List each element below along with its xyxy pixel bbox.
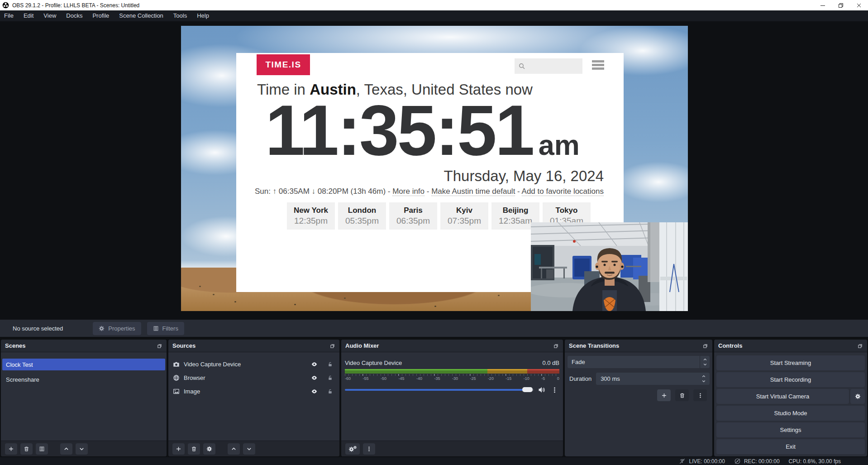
desert-shrubs <box>199 286 201 287</box>
volume-slider[interactable] <box>345 389 534 391</box>
kebab-menu-icon <box>697 393 703 398</box>
live-status: LIVE: 00:00:00 <box>679 458 725 465</box>
mixer-toolbar <box>341 441 563 456</box>
webcam-overlay <box>531 222 688 311</box>
move-source-down-button[interactable] <box>243 443 255 455</box>
channel-menu-button[interactable] <box>549 384 559 396</box>
scenes-dock-header[interactable]: Scenes <box>1 340 167 352</box>
mixer-level-db: 0.0 dB <box>542 360 559 366</box>
exit-button[interactable]: Exit <box>716 439 865 454</box>
audio-mixer-dock-header[interactable]: Audio Mixer <box>341 340 563 352</box>
duration-spinbox[interactable]: 300 ms <box>596 373 710 385</box>
dock-popup-button[interactable] <box>157 343 162 349</box>
plus-icon <box>661 393 667 398</box>
minimize-icon <box>820 3 825 8</box>
settings-button[interactable]: Settings <box>716 422 865 437</box>
filter-icon <box>39 446 45 452</box>
source-item-video-capture[interactable]: Video Capture Device <box>168 357 339 371</box>
remove-source-button[interactable] <box>188 443 200 455</box>
move-scene-up-button[interactable] <box>60 443 72 455</box>
sources-dock-header[interactable]: Sources <box>168 340 339 352</box>
menu-item-help[interactable]: Help <box>192 10 214 21</box>
studio-mode-button[interactable]: Studio Mode <box>716 406 865 421</box>
transitions-dock-header[interactable]: Scene Transitions <box>565 340 712 352</box>
more-info-link: More info <box>392 187 424 196</box>
kebab-menu-icon <box>551 387 558 393</box>
dock-popup-button[interactable] <box>553 343 559 349</box>
filters-button[interactable]: Filters <box>147 322 184 335</box>
visibility-eye-icon[interactable] <box>311 374 318 381</box>
spinbox-arrows[interactable] <box>699 374 708 384</box>
remove-scene-button[interactable] <box>20 443 33 455</box>
lock-icon[interactable] <box>327 361 333 367</box>
scene-transitions-dock: Scene Transitions Fade Duration <box>565 340 712 456</box>
menu-item-docks[interactable]: Docks <box>61 10 87 21</box>
clock-time: 11:35:51 <box>265 93 533 168</box>
titlebar: OBS 29.1.2 - Profile: LLHLS BETA - Scene… <box>0 0 868 10</box>
controls-dock-header[interactable]: Controls <box>714 340 867 352</box>
start-streaming-button[interactable]: Start Streaming <box>716 355 865 370</box>
audio-mixer-dock: Audio Mixer Video Capture Device 0.0 dB … <box>341 340 563 456</box>
camera-icon <box>173 361 180 368</box>
menu-item-scene-collection[interactable]: Scene Collection <box>114 10 168 21</box>
source-properties-button[interactable] <box>203 443 215 455</box>
source-item-image[interactable]: Image <box>168 384 339 398</box>
scenes-toolbar <box>1 441 167 456</box>
add-transition-button[interactable] <box>657 389 671 401</box>
maximize-button[interactable] <box>832 0 850 10</box>
menu-item-tools[interactable]: Tools <box>168 10 192 21</box>
start-virtual-camera-button[interactable]: Start Virtual Camera <box>716 389 849 404</box>
stream-inactive-icon <box>679 458 686 465</box>
source-item-browser[interactable]: Browser <box>168 371 339 384</box>
add-source-button[interactable] <box>172 443 185 455</box>
chevron-down-icon <box>701 379 706 384</box>
menu-item-profile[interactable]: Profile <box>87 10 114 21</box>
visibility-eye-icon[interactable] <box>311 361 318 368</box>
transition-menu-button[interactable] <box>693 389 707 401</box>
lock-icon[interactable] <box>327 388 333 394</box>
preview-canvas[interactable]: TIME.IS Time in Austin, Texas, United St… <box>181 26 688 311</box>
scene-filters-button[interactable] <box>36 443 48 455</box>
kebab-menu-icon <box>366 446 372 452</box>
remove-transition-button[interactable] <box>675 389 689 401</box>
lock-icon[interactable] <box>327 375 333 381</box>
volume-slider-handle[interactable] <box>522 387 533 392</box>
arrow-up-icon <box>63 446 69 452</box>
arrow-up-icon <box>231 446 237 452</box>
mixer-channel: Video Capture Device 0.0 dB -60-55 -50-4… <box>341 352 563 441</box>
virtual-camera-settings-button[interactable] <box>850 389 865 404</box>
scene-item-screenshare[interactable]: Screenshare <box>2 374 165 385</box>
transition-select[interactable]: Fade <box>568 356 710 368</box>
search-icon <box>518 62 525 70</box>
volume-meter <box>345 369 559 374</box>
start-recording-button[interactable]: Start Recording <box>716 372 865 387</box>
dock-popup-button[interactable] <box>702 343 708 349</box>
visibility-eye-icon[interactable] <box>311 388 318 395</box>
selection-status-text: No source selected <box>13 325 63 332</box>
trash-icon <box>191 446 197 452</box>
mixer-source-name: Video Capture Device <box>345 360 402 366</box>
advanced-audio-button[interactable] <box>345 443 360 455</box>
popup-icon <box>553 343 559 349</box>
dock-popup-button[interactable] <box>857 343 863 349</box>
menu-bar: File Edit View Docks Profile Scene Colle… <box>0 10 868 21</box>
scene-item-clock-test[interactable]: Clock Test <box>2 359 165 370</box>
combo-chevrons[interactable] <box>700 356 710 368</box>
gear-icon <box>99 326 105 331</box>
window-title: OBS 29.1.2 - Profile: LLHLS BETA - Scene… <box>12 2 139 9</box>
move-source-up-button[interactable] <box>228 443 240 455</box>
minimize-button[interactable] <box>814 0 832 10</box>
move-scene-down-button[interactable] <box>76 443 88 455</box>
mixer-menu-button[interactable] <box>363 443 375 455</box>
meter-ruler <box>345 374 559 376</box>
speaker-icon[interactable] <box>538 386 545 393</box>
make-default-link: Make Austin time default <box>431 187 515 196</box>
dock-popup-button[interactable] <box>329 343 335 349</box>
close-button[interactable] <box>850 0 868 10</box>
add-scene-button[interactable] <box>5 443 17 455</box>
menu-item-edit[interactable]: Edit <box>19 10 38 21</box>
chevron-down-icon <box>703 362 707 367</box>
properties-button[interactable]: Properties <box>93 322 141 335</box>
menu-item-view[interactable]: View <box>38 10 61 21</box>
menu-item-file[interactable]: File <box>0 10 19 21</box>
